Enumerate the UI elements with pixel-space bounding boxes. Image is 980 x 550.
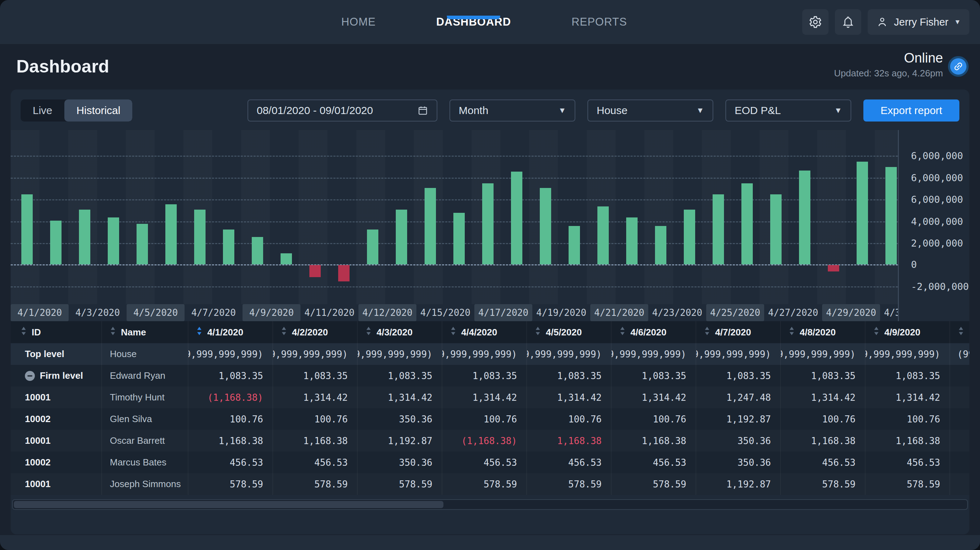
bar-positive[interactable] [21,194,33,264]
cell-value: 1,314.42 [526,387,611,408]
settings-button[interactable] [802,9,829,35]
column-header-4/4/2020[interactable]: 4/4/2020 [442,321,526,343]
cell-value: 1,247.48 [695,387,780,408]
toggle-live[interactable]: Live [21,100,64,122]
table-row[interactable]: Firm levelEdward Ryan1,083.351,083.351,0… [11,365,969,387]
cell-value: 578.59 [188,473,272,495]
table-row[interactable]: 10002Glen Silva100.76100.76350.36100.761… [11,408,969,430]
bar-positive[interactable] [165,204,177,264]
sort-icon[interactable] [535,327,541,338]
cell-value: 1,083.35 [188,365,272,387]
bell-icon [842,15,854,29]
bar-positive[interactable] [367,230,379,264]
bar-positive[interactable] [857,162,868,264]
metric-select[interactable]: EOD P&L ▼ [725,100,851,122]
x-tick-label: 4/29/2020 [822,304,880,321]
bar-positive[interactable] [713,194,724,264]
gridline [11,286,898,287]
column-header-4/1/2020[interactable]: 4/1/2020 [188,321,272,343]
column-header-4/9/2020[interactable]: 4/9/2020 [865,321,950,343]
bar-positive[interactable] [482,183,493,264]
book-select[interactable]: House ▼ [587,100,713,122]
cell-value: 1,083.35 [357,365,442,387]
bar-positive[interactable] [540,188,551,264]
tab-dashboard[interactable]: DASHBOARD [433,16,515,29]
connection-link-button[interactable] [948,56,969,77]
bar-positive[interactable] [79,210,90,264]
column-header-Name[interactable]: Name [101,321,188,343]
sort-icon[interactable] [21,327,27,338]
notifications-button[interactable] [835,9,861,35]
bar-positive[interactable] [108,217,119,264]
bar-positive[interactable] [626,217,638,264]
bar-positive[interactable] [223,230,234,264]
collapse-icon[interactable] [25,371,35,381]
toggle-historical[interactable]: Historical [64,100,132,122]
app-window: HOMEDASHBOARDREPORTS [0,0,980,550]
y-tick-label: 6,000,000 [911,150,963,161]
sort-icon[interactable] [366,327,372,338]
table-row[interactable]: 10002Marcus Bates456.53456.53350.36456.5… [11,452,969,473]
column-header-4/8/2020[interactable]: 4/8/2020 [780,321,865,343]
cell-value: 350.36 [357,452,442,473]
bar-positive[interactable] [655,226,667,264]
export-report-button[interactable]: Export report [863,100,959,122]
column-header-4/2/2020[interactable]: 4/2/2020 [272,321,357,343]
column-header-4/5/2020[interactable]: 4/5/2020 [526,321,611,343]
column-header-4/3/2020[interactable]: 4/3/2020 [357,321,442,343]
horizontal-scrollbar[interactable] [12,499,968,510]
sort-icon[interactable] [196,327,202,338]
bar-positive[interactable] [252,237,263,264]
x-tick-label: 4/11/2020 [301,304,358,321]
table-row[interactable]: 10001Oscar Barrett1,168.381,168.381,192.… [11,430,969,452]
cell-value: (99,999,999,999) [272,343,357,365]
sort-icon[interactable] [958,327,964,338]
sort-icon[interactable] [110,327,116,338]
table-row[interactable]: 10001Joseph Simmons578.59578.59578.59578… [11,473,969,495]
cell-value: 1,192.87 [695,473,780,495]
sort-icon[interactable] [873,327,879,338]
y-tick-label: 4,000,000 [911,216,963,227]
sort-icon[interactable] [789,327,795,338]
column-header-4/6/2020[interactable]: 4/6/2020 [611,321,695,343]
bar-positive[interactable] [137,224,148,264]
bar-positive[interactable] [425,188,436,264]
bar-positive[interactable] [280,253,292,264]
sort-icon[interactable] [281,327,287,338]
bar-positive[interactable] [453,213,465,264]
bar-positive[interactable] [770,194,781,264]
nav-tabs: HOMEDASHBOARDREPORTS [338,0,631,44]
bar-positive[interactable] [569,226,580,264]
x-tick-label: 4/17/2020 [474,304,532,321]
sort-icon[interactable] [450,327,456,338]
sort-icon[interactable] [619,327,625,338]
sort-icon[interactable] [704,327,710,338]
cell-value: 1,168.38 [780,430,865,452]
bar-positive[interactable] [684,210,695,264]
table-row[interactable]: 10001Timothy Hunt(1,168.38)1,314.421,314… [11,387,969,408]
column-header-4/7/2020[interactable]: 4/7/2020 [695,321,780,343]
bar-positive[interactable] [799,171,810,264]
bar-positive[interactable] [597,206,609,264]
table-row[interactable]: Top levelHouse(99,999,999,999)(99,999,99… [11,343,969,365]
bar-positive[interactable] [741,183,753,264]
bar-negative[interactable] [338,265,350,281]
cell-value: 456.53 [526,452,611,473]
bar-positive[interactable] [511,171,522,264]
bar-positive[interactable] [194,210,205,264]
date-range-input[interactable]: 08/01/2020 - 09/01/2020 [248,100,438,122]
bar-positive[interactable] [396,210,407,264]
column-header-ID[interactable]: ID [11,321,101,343]
scrollbar-thumb[interactable] [14,501,444,508]
bar-negative[interactable] [828,265,839,271]
tab-home[interactable]: HOME [338,16,379,29]
cell-value: 578.59 [865,473,950,495]
bar-positive[interactable] [50,220,62,264]
cell-value: (1,168.38) [442,430,526,452]
tab-reports[interactable]: REPORTS [568,16,630,29]
bar-positive[interactable] [885,167,897,264]
period-select[interactable]: Month ▼ [449,100,575,122]
bar-negative[interactable] [309,265,321,277]
user-menu[interactable]: Jerry Fisher ▼ [868,9,969,35]
column-header-overflow[interactable] [950,321,969,343]
